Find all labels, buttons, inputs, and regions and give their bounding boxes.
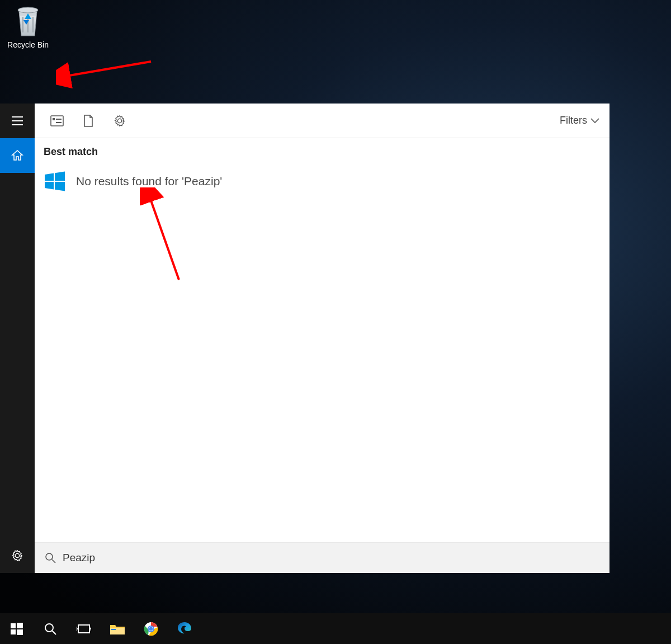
search-query-text: Peazip bbox=[63, 552, 95, 564]
svg-rect-2 bbox=[32, 17, 34, 32]
home-icon bbox=[11, 149, 23, 162]
svg-rect-5 bbox=[12, 120, 23, 121]
svg-line-30 bbox=[66, 62, 151, 76]
apps-filter-icon bbox=[50, 115, 64, 126]
search-icon bbox=[44, 623, 56, 635]
svg-rect-4 bbox=[12, 116, 23, 117]
svg-rect-13 bbox=[11, 623, 16, 628]
start-search-popup: Filters Best match No results found for … bbox=[0, 104, 609, 573]
svg-rect-1 bbox=[27, 17, 29, 32]
annotation-arrow-top bbox=[56, 56, 157, 90]
gear-icon bbox=[11, 549, 23, 562]
svg-rect-6 bbox=[12, 124, 23, 125]
start-button[interactable] bbox=[0, 613, 34, 644]
svg-rect-9 bbox=[56, 119, 62, 120]
svg-rect-16 bbox=[17, 629, 23, 635]
svg-rect-7 bbox=[51, 116, 63, 126]
edge-icon bbox=[177, 622, 192, 636]
recycle-bin[interactable]: Recycle Bin bbox=[6, 3, 50, 49]
filter-settings-button[interactable] bbox=[104, 104, 135, 138]
filter-documents-button[interactable] bbox=[73, 104, 104, 138]
svg-rect-15 bbox=[11, 629, 16, 634]
svg-line-12 bbox=[52, 560, 55, 563]
filter-apps-button[interactable] bbox=[41, 104, 73, 138]
svg-point-29 bbox=[149, 627, 153, 631]
svg-point-17 bbox=[45, 624, 53, 632]
hamburger-button[interactable] bbox=[0, 104, 35, 138]
chrome-icon bbox=[144, 622, 158, 636]
svg-rect-24 bbox=[110, 628, 125, 634]
task-view-button[interactable] bbox=[67, 613, 101, 644]
hamburger-icon bbox=[12, 116, 23, 125]
taskbar bbox=[0, 613, 671, 644]
search-input-bar[interactable]: Peazip bbox=[35, 542, 609, 573]
svg-point-11 bbox=[46, 553, 53, 560]
search-panel: Filters Best match No results found for … bbox=[35, 104, 609, 573]
svg-rect-8 bbox=[53, 118, 55, 120]
search-icon bbox=[45, 552, 56, 563]
no-results-text: No results found for 'Peazip' bbox=[76, 175, 222, 188]
svg-rect-19 bbox=[78, 625, 89, 633]
file-explorer-icon bbox=[110, 623, 125, 635]
search-filter-strip: Filters bbox=[35, 104, 609, 138]
best-match-heading: Best match bbox=[44, 146, 601, 158]
svg-point-3 bbox=[18, 7, 38, 13]
home-button[interactable] bbox=[0, 138, 35, 173]
recycle-bin-icon bbox=[13, 3, 42, 38]
svg-rect-0 bbox=[22, 17, 23, 32]
svg-rect-25 bbox=[111, 629, 116, 630]
search-results-area: Best match No results found for 'Peazip' bbox=[35, 138, 609, 542]
filters-dropdown[interactable]: Filters bbox=[556, 115, 603, 126]
svg-line-18 bbox=[53, 631, 56, 634]
no-results-row: No results found for 'Peazip' bbox=[44, 170, 601, 192]
file-explorer-taskbar-button[interactable] bbox=[101, 613, 134, 644]
svg-rect-14 bbox=[17, 623, 23, 628]
search-left-rail bbox=[0, 104, 35, 573]
recycle-bin-label: Recycle Bin bbox=[6, 40, 50, 49]
windows-start-icon bbox=[11, 623, 23, 635]
filters-label: Filters bbox=[560, 115, 587, 126]
document-filter-icon bbox=[83, 115, 93, 127]
gear-icon bbox=[114, 115, 126, 127]
taskbar-search-button[interactable] bbox=[34, 613, 67, 644]
windows-logo-icon bbox=[44, 170, 66, 192]
task-view-icon bbox=[77, 623, 91, 634]
svg-rect-10 bbox=[56, 122, 62, 123]
edge-taskbar-button[interactable] bbox=[168, 613, 201, 644]
settings-button[interactable] bbox=[0, 538, 35, 573]
chrome-taskbar-button[interactable] bbox=[134, 613, 168, 644]
chevron-down-icon bbox=[590, 118, 599, 124]
